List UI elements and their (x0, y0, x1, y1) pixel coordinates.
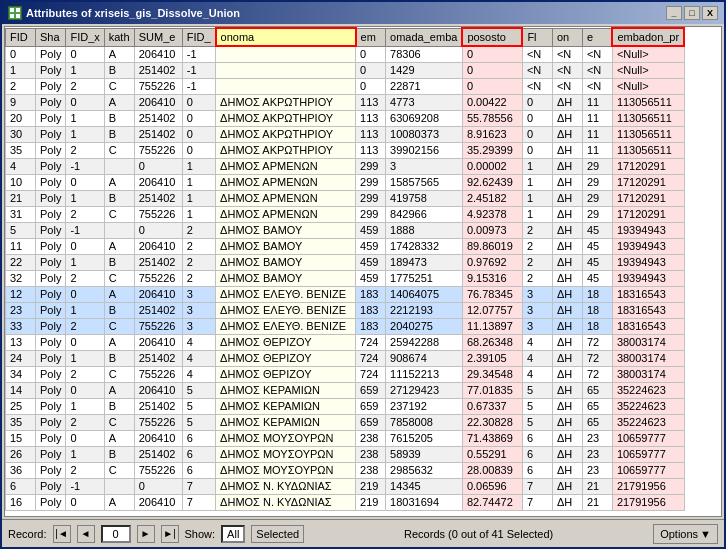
col-header-onoma[interactable]: onoma (216, 28, 356, 46)
table-cell: Poly (36, 46, 66, 62)
table-row[interactable]: 26Poly1B2514026ΔΗΜΟΣ ΜΟΥΣΟΥΡΩΝ238589390.… (6, 446, 685, 462)
col-header-shape[interactable]: Sha (36, 28, 66, 46)
table-cell: <Null> (612, 46, 684, 62)
table-row[interactable]: 36Poly2C7552266ΔΗΜΟΣ ΜΟΥΣΟΥΡΩΝ2382985632… (6, 462, 685, 478)
table-cell: 35 (6, 414, 36, 430)
table-row[interactable]: 4Poly-101ΔΗΜΟΣ ΑΡΜΕΝΩΝ29930.000021ΔΗ2917… (6, 158, 685, 174)
table-cell: Poly (36, 366, 66, 382)
maximize-button[interactable]: □ (684, 6, 700, 20)
table-cell: 6 (6, 478, 36, 494)
table-row[interactable]: 30Poly1B2514020ΔΗΜΟΣ ΑΚΡΩΤΗΡΙΟΥ113100803… (6, 126, 685, 142)
show-all-button[interactable]: All (221, 525, 245, 543)
table-cell: 19394943 (612, 270, 684, 286)
title-bar-left: Attributes of xriseis_gis_Dissolve_Union (8, 6, 240, 20)
nav-last-button[interactable]: ►| (161, 525, 179, 543)
table-cell: 237192 (386, 398, 463, 414)
table-cell: 19394943 (612, 222, 684, 238)
col-header-sume[interactable]: SUM_e (134, 28, 182, 46)
table-cell: Poly (36, 126, 66, 142)
show-selected-button[interactable]: Selected (251, 525, 304, 543)
col-header-fid[interactable]: FID (6, 28, 36, 46)
minimize-button[interactable]: _ (666, 6, 682, 20)
table-container[interactable]: FID Sha FID_x kath SUM_e FID_ onoma em o… (5, 27, 721, 516)
table-cell: 0 (356, 46, 386, 62)
table-row[interactable]: 35Poly2C7552265ΔΗΜΟΣ ΚΕΡΑΜΙΩΝ65978580082… (6, 414, 685, 430)
table-row[interactable]: 24Poly1B2514024ΔΗΜΟΣ ΘΕΡΙΖΟΥ7249086742.3… (6, 350, 685, 366)
table-cell: 1 (66, 254, 104, 270)
table-row[interactable]: 13Poly0A2064104ΔΗΜΟΣ ΘΕΡΙΖΟΥ724259422886… (6, 334, 685, 350)
table-cell: 35.29399 (462, 142, 522, 158)
table-row[interactable]: 21Poly1B2514021ΔΗΜΟΣ ΑΡΜΕΝΩΝ2994197582.4… (6, 190, 685, 206)
col-header-omada[interactable]: omada_emba (386, 28, 463, 46)
table-cell: 58939 (386, 446, 463, 462)
table-row[interactable]: 23Poly1B2514023ΔΗΜΟΣ ΕΛΕΥΘ. ΒΕΝΙΖΕ183221… (6, 302, 685, 318)
table-row[interactable]: 0Poly0A206410-10783060<N<N<N<Null> (6, 46, 685, 62)
table-row[interactable]: 34Poly2C7552264ΔΗΜΟΣ ΘΕΡΙΖΟΥ724111522132… (6, 366, 685, 382)
col-header-fidx[interactable]: FID_x (66, 28, 104, 46)
table-cell: ΔΗ (552, 94, 582, 110)
col-header-embadon[interactable]: embadon_pr (612, 28, 684, 46)
table-row[interactable]: 5Poly-102ΔΗΜΟΣ ΒΑΜΟΥ45918880.009732ΔΗ451… (6, 222, 685, 238)
table-cell: 5 (522, 398, 552, 414)
table-row[interactable]: 12Poly0A2064103ΔΗΜΟΣ ΕΛΕΥΘ. ΒΕΝΙΖΕ183140… (6, 286, 685, 302)
table-row[interactable]: 20Poly1B2514020ΔΗΜΟΣ ΑΚΡΩΤΗΡΙΟΥ113630692… (6, 110, 685, 126)
table-cell: ΔΗ (552, 318, 582, 334)
table-cell: <N (552, 46, 582, 62)
table-cell: Poly (36, 94, 66, 110)
record-number-input[interactable] (101, 525, 131, 543)
table-row[interactable]: 35Poly2C7552260ΔΗΜΟΣ ΑΚΡΩΤΗΡΙΟΥ113399021… (6, 142, 685, 158)
table-cell: Poly (36, 414, 66, 430)
table-cell: A (104, 382, 134, 398)
table-row[interactable]: 16Poly0A2064107ΔΗΜΟΣ Ν. ΚΥΔΩΝΙΑΣ21918031… (6, 494, 685, 510)
col-header-fid-under[interactable]: FID_ (182, 28, 215, 46)
table-cell: 36 (6, 462, 36, 478)
table-row[interactable]: 11Poly0A2064102ΔΗΜΟΣ ΒΑΜΟΥ4591742833289.… (6, 238, 685, 254)
table-cell: 34 (6, 366, 36, 382)
table-cell: 2 (66, 414, 104, 430)
col-header-em[interactable]: em (356, 28, 386, 46)
table-row[interactable]: 32Poly2C7552262ΔΗΜΟΣ ΒΑΜΟΥ45917752519.15… (6, 270, 685, 286)
table-cell: 4 (182, 350, 215, 366)
col-header-fl[interactable]: Fl (522, 28, 552, 46)
table-row[interactable]: 6Poly-107ΔΗΜΟΣ Ν. ΚΥΔΩΝΙΑΣ219143450.0659… (6, 478, 685, 494)
table-cell: 3 (522, 318, 552, 334)
table-cell: 183 (356, 286, 386, 302)
record-label: Record: (8, 528, 47, 540)
table-row[interactable]: 25Poly1B2514025ΔΗΜΟΣ ΚΕΡΑΜΙΩΝ6592371920.… (6, 398, 685, 414)
table-row[interactable]: 33Poly2C7552263ΔΗΜΟΣ ΕΛΕΥΘ. ΒΕΝΙΖΕ183204… (6, 318, 685, 334)
table-cell: 78306 (386, 46, 463, 62)
table-cell: 299 (356, 174, 386, 190)
nav-next-button[interactable]: ► (137, 525, 155, 543)
col-header-on[interactable]: on (552, 28, 582, 46)
table-cell: 20 (6, 110, 36, 126)
table-cell: 113056511 (612, 94, 684, 110)
options-button[interactable]: Options ▼ (653, 524, 718, 544)
table-cell: 299 (356, 158, 386, 174)
col-header-pososto[interactable]: pososto (462, 28, 522, 46)
table-cell: 29 (582, 206, 612, 222)
table-cell: ΔΗΜΟΣ ΘΕΡΙΖΟΥ (216, 334, 356, 350)
close-button[interactable]: X (702, 6, 718, 20)
table-row[interactable]: 2Poly2C755226-10228710<N<N<N<Null> (6, 78, 685, 94)
table-cell: 2 (522, 254, 552, 270)
table-cell: 18 (582, 318, 612, 334)
table-row[interactable]: 10Poly0A2064101ΔΗΜΟΣ ΑΡΜΕΝΩΝ299158575659… (6, 174, 685, 190)
table-row[interactable]: 15Poly0A2064106ΔΗΜΟΣ ΜΟΥΣΟΥΡΩΝ2387615205… (6, 430, 685, 446)
table-cell: 11.13897 (462, 318, 522, 334)
table-cell: ΔΗΜΟΣ ΒΑΜΟΥ (216, 254, 356, 270)
table-row[interactable]: 9Poly0A2064100ΔΗΜΟΣ ΑΚΡΩΤΗΡΙΟΥ11347730.0… (6, 94, 685, 110)
table-cell: 11 (6, 238, 36, 254)
col-header-e[interactable]: e (582, 28, 612, 46)
nav-prev-button[interactable]: ◄ (77, 525, 95, 543)
table-cell: 0 (462, 46, 522, 62)
table-row[interactable]: 1Poly1B251402-1014290<N<N<N<Null> (6, 62, 685, 78)
table-cell: 459 (356, 254, 386, 270)
table-cell: 19394943 (612, 238, 684, 254)
nav-first-button[interactable]: |◄ (53, 525, 71, 543)
table-cell: 113 (356, 94, 386, 110)
table-cell: ΔΗΜΟΣ ΘΕΡΙΖΟΥ (216, 350, 356, 366)
col-header-kath[interactable]: kath (104, 28, 134, 46)
table-row[interactable]: 22Poly1B2514022ΔΗΜΟΣ ΒΑΜΟΥ4591894730.976… (6, 254, 685, 270)
table-row[interactable]: 14Poly0A2064105ΔΗΜΟΣ ΚΕΡΑΜΙΩΝ65927129423… (6, 382, 685, 398)
table-row[interactable]: 31Poly2C7552261ΔΗΜΟΣ ΑΡΜΕΝΩΝ2998429664.9… (6, 206, 685, 222)
